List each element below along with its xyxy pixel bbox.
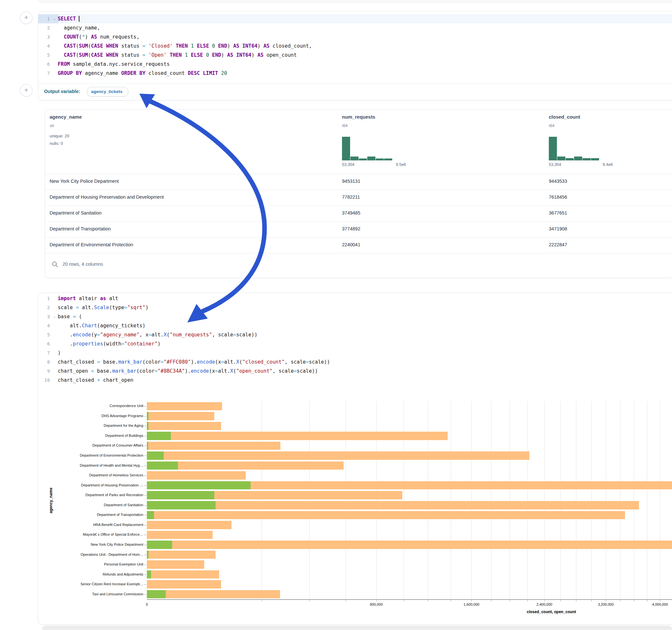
- y-axis-label: Mayorâ€ s Office of Special Enforce…: [83, 532, 143, 536]
- code-text: .encode(y="agency_name", x=alt.X("num_re…: [58, 330, 672, 339]
- bar-open-count: [147, 491, 214, 500]
- table-row[interactable]: Department of Transportation377489234719…: [45, 221, 672, 238]
- y-axis-label: Department of Consumer Affairs: [92, 443, 143, 447]
- gridline: [404, 401, 404, 599]
- gridline: [262, 401, 262, 599]
- bar-closed-count: [147, 580, 221, 588]
- column-stat: unique: 20: [50, 134, 69, 138]
- code-line[interactable]: 10chart_closed + chart_open: [38, 375, 672, 385]
- code-line[interactable]: 9chart_open = base.mark_bar(color="#8BC3…: [38, 366, 672, 375]
- table-row[interactable]: Department of Housing Preservation and D…: [45, 190, 672, 206]
- code-line[interactable]: 1import altair as alt: [38, 294, 672, 303]
- code-text: chart_closed + chart_open: [58, 375, 672, 385]
- x-axis-tick-label: 4,000,000: [652, 602, 668, 606]
- line-number: 10: [38, 375, 51, 385]
- x-axis-tick: [510, 600, 510, 602]
- dataframe-table-card: agency_namestrunique: 20nulls: 0num_requ…: [45, 109, 672, 278]
- cell-num_requests: 9453131: [342, 178, 360, 184]
- previous-cell-edge: [38, 0, 672, 3]
- fold-gutter: [51, 294, 58, 303]
- code-line[interactable]: 1⌄SELECT: [38, 14, 672, 23]
- gridline: [606, 401, 606, 599]
- y-axis-label: Senior Citizen Rent Increase Exempti…: [80, 582, 143, 586]
- bar-closed-count: [147, 590, 280, 599]
- output-variable-pill[interactable]: agency_tickets: [87, 87, 128, 97]
- y-axis-tick: [144, 505, 146, 506]
- code-line[interactable]: 2scale = alt.Scale(type="sqrt"): [38, 303, 672, 312]
- code-line[interactable]: 3 COUNT(*) AS num_requests,: [38, 32, 672, 42]
- code-line[interactable]: 7): [38, 348, 672, 358]
- fold-gutter: [51, 59, 58, 69]
- x-axis-tick-label: 2,400,000: [536, 602, 552, 606]
- code-text: chart_closed = base.mark_bar(color="#FFC…: [58, 358, 672, 366]
- code-text: GROUP BY agency_name ORDER BY closed_cou…: [58, 69, 672, 78]
- line-number: 2: [38, 23, 51, 32]
- y-axis-label: Department of Parks and Recreation: [85, 493, 143, 497]
- table-row[interactable]: Department of Environmental Protection22…: [45, 237, 672, 253]
- code-line[interactable]: 4 CAST(SUM(CASE WHEN status = 'Closed' T…: [38, 42, 672, 51]
- y-axis-tick: [144, 476, 146, 476]
- fold-gutter: [51, 32, 58, 42]
- code-line[interactable]: 4 alt.Chart(agency_tickets): [38, 321, 672, 330]
- table-row[interactable]: Department of Sanitation37494853677651: [45, 205, 672, 222]
- python-code-editor[interactable]: 1import altair as alt2scale = alt.Scale(…: [38, 294, 672, 385]
- gridline: [510, 401, 510, 599]
- code-text: ): [58, 348, 672, 358]
- x-axis-tick: [620, 600, 621, 602]
- code-line[interactable]: 3⌄base = (: [38, 312, 672, 321]
- code-line[interactable]: 2 agency_name,: [38, 23, 672, 32]
- code-text: CAST(SUM(CASE WHEN status = 'Open' THEN …: [58, 51, 672, 59]
- x-axis-tick: [404, 600, 404, 602]
- bar-open-count: [147, 452, 164, 460]
- cell-agency_name: Department of Sanitation: [50, 210, 101, 216]
- x-axis-tick: [647, 600, 647, 602]
- code-line[interactable]: 6FROM sample_data.nyc.service_requests: [38, 59, 672, 69]
- fold-chevron-icon[interactable]: ⌄: [51, 14, 58, 23]
- fold-chevron-icon[interactable]: ⌄: [51, 312, 58, 321]
- sql-code-editor[interactable]: 1⌄SELECT 2 agency_name,3 COUNT(*) AS num…: [38, 14, 672, 78]
- bar-closed-count: [147, 452, 529, 460]
- y-axis-tick: [144, 456, 146, 456]
- code-line[interactable]: 5 CAST(SUM(CASE WHEN status = 'Open' THE…: [38, 51, 672, 59]
- y-axis-title: agency_name: [49, 487, 53, 513]
- table-row-count: 20 rows, 4 columns: [63, 262, 103, 267]
- bar-open-count: [147, 422, 148, 430]
- x-axis-line: [147, 599, 672, 600]
- add-cell-button-top[interactable]: +: [20, 12, 32, 24]
- y-axis-label: Department of Environmental Protection: [80, 453, 143, 457]
- search-icon[interactable]: [51, 261, 59, 268]
- line-number: 2: [38, 303, 51, 312]
- y-axis-tick: [144, 564, 146, 565]
- histogram-max-label: 9.5e6: [396, 162, 406, 167]
- fold-gutter: [51, 330, 58, 339]
- bar-closed-count: [147, 540, 672, 549]
- y-axis-label: Correspondence Unit: [110, 404, 143, 408]
- cell-closed_count: 7618456: [549, 194, 567, 200]
- add-cell-button-middle[interactable]: +: [20, 84, 32, 97]
- code-line[interactable]: 6 .properties(width="container"): [38, 339, 672, 348]
- table-row[interactable]: New York City Police Department945313194…: [45, 174, 672, 190]
- column-stat: nulls: 0: [50, 141, 63, 146]
- y-axis-tick: [144, 515, 146, 515]
- x-axis-tick: [527, 600, 528, 602]
- y-axis-tick: [144, 584, 146, 585]
- line-number: 4: [38, 321, 51, 330]
- cell-num_requests: 3749485: [342, 210, 360, 216]
- cell-agency_name: Department of Housing Preservation and D…: [50, 194, 164, 200]
- code-line[interactable]: 8chart_closed = base.mark_bar(color="#FF…: [38, 358, 672, 366]
- table-body: New York City Police Department945313194…: [45, 174, 672, 253]
- x-axis-tick: [428, 600, 428, 602]
- cell-num_requests: 2240041: [342, 242, 360, 247]
- line-number: 7: [38, 348, 51, 358]
- line-number: 6: [38, 59, 51, 69]
- code-text: agency_name,: [58, 23, 672, 32]
- x-axis-tick: [262, 600, 262, 602]
- code-line[interactable]: 7GROUP BY agency_name ORDER BY closed_co…: [38, 69, 672, 78]
- bar-closed-count: [147, 442, 281, 450]
- bar-open-count: [147, 442, 148, 450]
- x-axis-title: closed_count, open_count: [527, 610, 576, 614]
- y-axis-label: DHS Advantage Programs: [101, 414, 143, 418]
- code-line[interactable]: 5 .encode(y="agency_name", x=alt.X("num_…: [38, 330, 672, 339]
- code-text: FROM sample_data.nyc.service_requests: [58, 59, 672, 69]
- sql-cell-card: 1⌄SELECT 2 agency_name,3 COUNT(*) AS num…: [38, 11, 672, 100]
